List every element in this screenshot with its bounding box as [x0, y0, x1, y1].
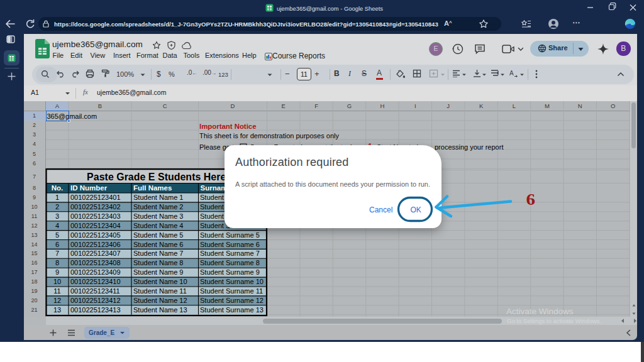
svg-text:6: 6 [526, 190, 536, 209]
